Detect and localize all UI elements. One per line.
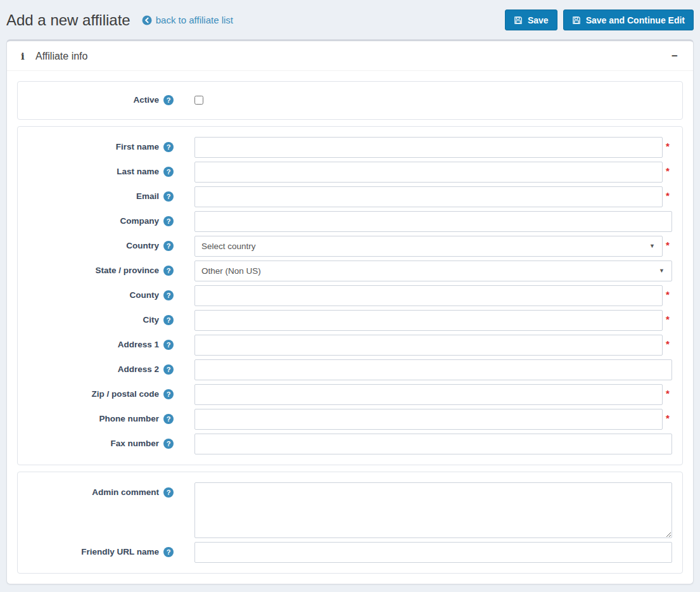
active-label: Active xyxy=(133,95,159,106)
form-row-fax-number: Fax number ? xyxy=(28,434,672,454)
county-label: County xyxy=(130,290,160,301)
help-icon[interactable]: ? xyxy=(163,340,174,350)
help-icon[interactable]: ? xyxy=(163,487,174,498)
card-header: i Affiliate info − xyxy=(7,41,693,71)
page-title: Add a new affiliate xyxy=(6,10,130,30)
help-icon[interactable]: ? xyxy=(163,414,174,424)
last-name-label: Last name xyxy=(117,167,159,177)
required-asterisk: * xyxy=(666,162,672,176)
email-label: Email xyxy=(136,191,159,202)
admin-comment-textarea[interactable] xyxy=(194,482,672,538)
form-row-last-name: Last name ? * xyxy=(28,162,672,183)
form-row-county: County ? * xyxy=(28,285,672,306)
save-icon xyxy=(572,16,581,25)
required-asterisk: * xyxy=(666,137,672,151)
company-label: Company xyxy=(120,216,159,227)
first-name-input[interactable] xyxy=(194,137,663,158)
help-icon[interactable]: ? xyxy=(163,216,174,226)
admin-comment-label: Admin comment xyxy=(92,487,159,498)
required-asterisk: * xyxy=(666,335,672,349)
help-icon[interactable]: ? xyxy=(163,547,174,557)
state-province-label: State / province xyxy=(95,266,159,276)
form-row-company: Company ? xyxy=(28,211,672,232)
country-select[interactable]: Select country xyxy=(194,236,663,257)
fax-number-input[interactable] xyxy=(194,434,672,454)
address1-input[interactable] xyxy=(194,335,663,356)
form-row-address1: Address 1 ? * xyxy=(28,335,672,356)
county-input[interactable] xyxy=(194,285,663,306)
save-button-label: Save xyxy=(528,15,549,25)
city-label: City xyxy=(143,315,159,326)
misc-info-panel: Admin comment ? Friendly URL name ? xyxy=(17,472,683,574)
first-name-label: First name xyxy=(116,142,159,153)
page-header: Add a new affiliate back to affiliate li… xyxy=(0,0,700,39)
required-asterisk: * xyxy=(666,384,672,398)
friendly-url-name-input[interactable] xyxy=(194,542,672,563)
help-icon[interactable]: ? xyxy=(163,241,174,251)
form-row-active: Active ? xyxy=(28,95,672,106)
form-row-admin-comment: Admin comment ? xyxy=(28,482,672,538)
form-row-email: Email ? * xyxy=(28,186,672,207)
active-panel: Active ? xyxy=(17,81,683,120)
save-button[interactable]: Save xyxy=(505,10,557,30)
save-and-continue-button[interactable]: Save and Continue Edit xyxy=(563,10,694,30)
help-icon[interactable]: ? xyxy=(163,364,174,375)
active-checkbox[interactable] xyxy=(194,96,203,105)
help-icon[interactable]: ? xyxy=(163,191,174,202)
form-row-address2: Address 2 ? xyxy=(28,359,672,380)
help-icon[interactable]: ? xyxy=(163,315,174,325)
phone-number-label: Phone number xyxy=(99,414,159,425)
header-actions: Save Save and Continue Edit xyxy=(505,10,694,30)
country-label: Country xyxy=(126,241,159,252)
help-icon[interactable]: ? xyxy=(163,167,174,177)
help-icon[interactable]: ? xyxy=(163,142,174,152)
form-row-zip-postal-code: Zip / postal code ? * xyxy=(28,384,672,405)
friendly-url-name-label: Friendly URL name xyxy=(81,547,159,558)
help-icon[interactable]: ? xyxy=(163,389,174,399)
company-input[interactable] xyxy=(194,211,672,232)
form-row-friendly-url-name: Friendly URL name ? xyxy=(28,542,672,563)
help-icon[interactable]: ? xyxy=(163,266,174,276)
contact-info-panel: First name ? * Last name ? * Email ? xyxy=(17,126,683,465)
fax-number-label: Fax number xyxy=(110,439,159,449)
address2-label: Address 2 xyxy=(118,364,159,375)
collapse-panel-button[interactable]: − xyxy=(669,49,680,63)
last-name-input[interactable] xyxy=(194,162,663,183)
panel-title: Affiliate info xyxy=(35,51,87,62)
help-icon[interactable]: ? xyxy=(163,439,174,449)
required-asterisk: * xyxy=(666,285,672,299)
save-icon xyxy=(514,16,523,25)
help-icon[interactable]: ? xyxy=(163,290,174,300)
affiliate-info-card: i Affiliate info − Active ? First name ? xyxy=(6,39,694,584)
address2-input[interactable] xyxy=(194,359,672,380)
phone-number-input[interactable] xyxy=(194,409,663,430)
back-link-label: back to affiliate list xyxy=(156,15,233,25)
form-row-phone-number: Phone number ? * xyxy=(28,409,672,430)
zip-postal-code-input[interactable] xyxy=(194,384,663,405)
form-row-first-name: First name ? * xyxy=(28,137,672,158)
form-row-country: Country ? Select country ▼ * xyxy=(28,236,672,257)
state-province-select[interactable]: Other (Non US) xyxy=(194,261,672,281)
help-icon[interactable]: ? xyxy=(163,95,174,105)
back-to-list-link[interactable]: back to affiliate list xyxy=(142,15,233,25)
email-input[interactable] xyxy=(194,186,663,207)
form-row-state-province: State / province ? Other (Non US) ▼ xyxy=(28,261,672,281)
card-body: Active ? First name ? * Last nam xyxy=(7,71,693,584)
address1-label: Address 1 xyxy=(118,340,159,351)
required-asterisk: * xyxy=(666,236,672,250)
info-icon: i xyxy=(21,51,35,62)
required-asterisk: * xyxy=(666,409,672,423)
form-row-city: City ? * xyxy=(28,310,672,331)
required-asterisk: * xyxy=(666,310,672,324)
arrow-left-circle-icon xyxy=(142,15,152,25)
save-and-continue-button-label: Save and Continue Edit xyxy=(586,15,685,25)
required-asterisk: * xyxy=(666,186,672,200)
zip-postal-code-label: Zip / postal code xyxy=(91,389,159,400)
city-input[interactable] xyxy=(194,310,663,331)
